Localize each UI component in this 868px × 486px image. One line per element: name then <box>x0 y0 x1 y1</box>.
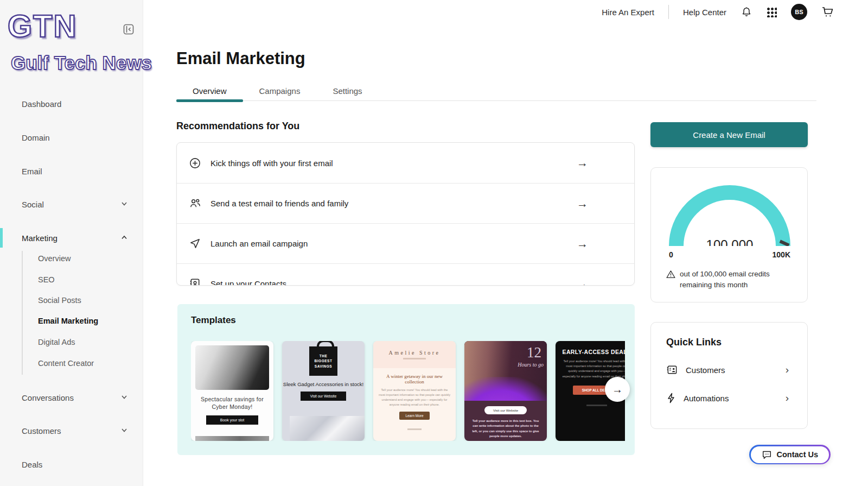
recommendation-setup-contacts[interactable]: Set up your Contacts → <box>177 263 634 286</box>
template-title: EARLY-ACCESS DEALS <box>556 349 625 355</box>
car-photo <box>195 345 269 390</box>
arrow-right-icon: → <box>577 156 588 169</box>
sidebar-subitem-overview[interactable]: Overview <box>38 253 136 264</box>
sidebar-item-label: Marketing <box>22 233 58 243</box>
hire-an-expert-link[interactable]: Hire An Expert <box>602 8 654 17</box>
sidebar-subitem-email-marketing[interactable]: Email Marketing <box>38 315 136 327</box>
sidebar-active-indicator <box>0 228 3 248</box>
quick-link-automations[interactable]: Automations › <box>666 391 793 405</box>
carousel-next-button[interactable]: → <box>605 377 630 402</box>
countdown-number: 12 <box>527 344 541 361</box>
page-title: Email Marketing <box>176 49 305 68</box>
sidebar-item-social[interactable]: Social <box>22 198 136 211</box>
recommendation-test-email[interactable]: Send a test email to friends and family … <box>177 183 634 223</box>
sidebar-item-label: Email <box>22 167 42 176</box>
chevron-down-icon <box>120 393 128 401</box>
email-marketing-page: Dashboard Domain Email Social Marketing … <box>0 0 868 486</box>
gtn-logo-name: Gulf Tech News <box>11 52 152 74</box>
contacts-icon <box>189 277 202 286</box>
sidebar-item-label: Social <box>22 200 44 209</box>
user-avatar[interactable]: BS <box>791 4 807 20</box>
chat-bubble-icon <box>762 450 772 459</box>
templates-section: Templates Spectacular savings for Cyber … <box>177 304 635 455</box>
tab-bar: Overview Campaigns Settings <box>176 80 816 101</box>
template-title: Spectacular savings for Cyber Monday! <box>195 395 269 411</box>
tab-label: Campaigns <box>259 86 301 96</box>
sidebar-subitem-label: Content Creator <box>38 359 94 368</box>
tab-label: Overview <box>193 86 227 96</box>
quick-link-label: Automations <box>684 394 729 403</box>
chevron-right-icon: › <box>786 392 789 404</box>
sidebar-subitem-digital-ads[interactable]: Digital Ads <box>38 336 136 348</box>
sidebar-item-deals[interactable]: Deals <box>22 458 136 471</box>
tab-overview[interactable]: Overview <box>176 80 243 101</box>
recommendation-label: Kick things off with your first email <box>210 159 333 168</box>
portrait-photo: 12 Hours to go <box>464 341 547 401</box>
sidebar-subitem-label: Social Posts <box>38 296 81 305</box>
quick-link-label: Customers <box>686 365 725 375</box>
contact-us-button[interactable]: Contact Us <box>749 445 831 464</box>
recommendation-label: Set up your Contacts <box>210 279 286 286</box>
apps-grid-icon[interactable] <box>767 7 777 17</box>
template-title: Sleek Gadget Accessories in stock! <box>282 381 365 387</box>
sidebar-item-dashboard[interactable]: Dashboard <box>22 97 136 110</box>
arrow-right-icon: → <box>577 237 588 250</box>
people-icon <box>189 197 202 210</box>
arrow-right-icon: → <box>612 383 623 396</box>
quick-link-customers[interactable]: Customers › <box>666 363 793 377</box>
chevron-right-icon: › <box>786 364 789 376</box>
sidebar-item-email[interactable]: Email <box>22 165 136 178</box>
template-footer-mark <box>586 405 607 406</box>
notifications-bell-icon[interactable] <box>741 6 752 18</box>
template-title: A winter getaway in our new collection <box>373 374 456 384</box>
gauge-min-label: 0 <box>669 250 673 259</box>
template-button: Visit our Website <box>301 392 346 401</box>
template-card-gadget-accessories[interactable]: THEBIGGESTSAVINGS Sleek Gadget Accessori… <box>282 341 365 441</box>
top-bar: Hire An Expert Help Center BS <box>602 3 834 21</box>
credits-note-text: out of 100,000 email creditsremaining th… <box>680 269 770 291</box>
sidebar-subitem-seo[interactable]: SEO <box>38 274 136 286</box>
collapse-sidebar-icon[interactable] <box>123 24 134 35</box>
recommendation-label: Launch an email campaign <box>210 239 308 248</box>
recommendation-first-email[interactable]: Kick things off with your first email → <box>177 143 634 183</box>
tab-campaigns[interactable]: Campaigns <box>243 80 317 101</box>
countdown-caption: Hours to go <box>518 362 544 368</box>
cart-icon[interactable] <box>821 6 834 18</box>
sidebar-subitem-label: Digital Ads <box>38 338 75 346</box>
send-icon <box>189 237 202 250</box>
sidebar-subitem-label: Email Marketing <box>38 317 98 325</box>
sidebar-subitem-social-posts[interactable]: Social Posts <box>38 294 136 306</box>
sidebar-item-customers[interactable]: Customers <box>22 424 136 437</box>
bolt-icon <box>666 393 676 403</box>
template-button: Learn More <box>399 412 430 420</box>
sidebar-item-label: Conversations <box>22 393 74 402</box>
sidebar-item-domain[interactable]: Domain <box>22 131 136 144</box>
gauge-axis-labels: 0 100K <box>669 250 790 259</box>
gtn-logo: GTN <box>8 8 77 44</box>
arrow-right-icon: → <box>577 197 588 210</box>
sidebar-item-marketing[interactable]: Marketing <box>22 231 136 244</box>
tab-settings[interactable]: Settings <box>316 80 378 101</box>
template-card-12-hours[interactable]: 12 Hours to go Visit our Website Tell yo… <box>464 341 547 441</box>
shopping-bag-graphic: THEBIGGESTSAVINGS <box>309 346 337 376</box>
contact-us-label: Contact Us <box>777 450 819 459</box>
recommendation-label: Send a test email to friends and family <box>210 199 348 208</box>
quick-links-card: Quick Links Customers › Automations › <box>650 322 808 429</box>
templates-carousel: Spectacular savings for Cyber Monday! Bo… <box>191 341 625 441</box>
template-body-text: Tell your audience more in this text box… <box>464 419 547 439</box>
chevron-down-icon <box>120 426 128 434</box>
help-center-link[interactable]: Help Center <box>683 8 726 17</box>
template-card-amelie-store[interactable]: Amelie Store A winter getaway in our new… <box>373 341 456 441</box>
gift-photo <box>290 416 365 441</box>
sidebar-subitem-content-creator[interactable]: Content Creator <box>38 357 136 369</box>
template-card-cyber-monday[interactable]: Spectacular savings for Cyber Monday! Bo… <box>191 341 273 441</box>
sidebar-subitem-label: Overview <box>38 254 71 263</box>
create-new-email-button[interactable]: Create a New Email <box>650 122 808 147</box>
template-button: Book your slot <box>206 415 258 425</box>
recommendation-launch-campaign[interactable]: Launch an email campaign → <box>177 223 634 263</box>
recommendations-card: Kick things off with your first email → … <box>176 142 635 286</box>
email-credits-card: 100,000 0 100K out of 100,000 email cred… <box>650 167 808 302</box>
credits-gauge: 100,000 <box>669 185 790 246</box>
submenu-guide-line <box>22 251 23 375</box>
sidebar-item-conversations[interactable]: Conversations <box>22 391 136 404</box>
